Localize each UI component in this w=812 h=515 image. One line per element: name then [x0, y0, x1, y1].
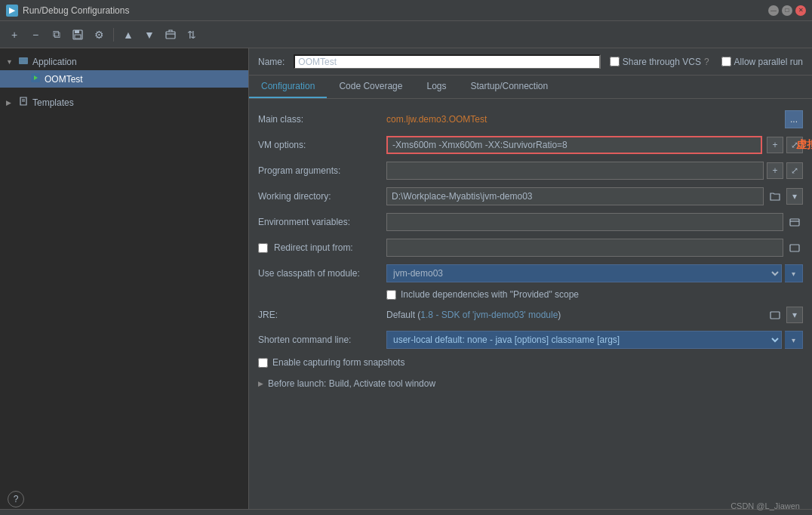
program-args-expand-button[interactable]: +: [767, 162, 783, 179]
share-vcs-checkbox[interactable]: [610, 57, 620, 66]
help-icon: ?: [704, 57, 709, 67]
add-config-button[interactable]: +: [6, 26, 23, 43]
redirect-row: Redirect input from:: [249, 235, 812, 261]
tab-logs[interactable]: Logs: [414, 76, 458, 98]
include-deps-row: Include dependencies with "Provided" sco…: [249, 286, 812, 303]
include-deps-label: Include dependencies with "Provided" sco…: [401, 289, 579, 300]
shorten-cmd-control: user-local default: none - java [options…: [386, 331, 803, 349]
allow-parallel-checkbox[interactable]: [721, 57, 731, 66]
right-panel: Name: Share through VCS ? Allow parallel…: [249, 48, 812, 509]
working-dir-control: ▾: [386, 187, 803, 205]
shorten-cmd-row: Shorten command line: user-local default…: [249, 327, 812, 353]
redirect-browse-button[interactable]: [786, 239, 803, 256]
vm-options-label: VM options:: [258, 140, 386, 150]
enable-capturing-row: Enable capturing form snapshots: [249, 353, 812, 372]
bottom-bar: OK Cancel: [0, 509, 812, 515]
env-vars-row: Environment variables:: [249, 209, 812, 235]
before-launch-section[interactable]: ▶ Before launch: Build, Activate tool wi…: [249, 372, 812, 395]
env-vars-browse-button[interactable]: [786, 214, 803, 230]
redirect-checkbox[interactable]: [258, 243, 268, 253]
shorten-cmd-dropdown-button[interactable]: ▾: [785, 331, 803, 349]
main-class-browse-button[interactable]: ...: [785, 110, 803, 128]
svg-rect-9: [790, 219, 799, 226]
oomtest-label: OOMTest: [45, 74, 83, 85]
program-args-input[interactable]: [386, 162, 764, 180]
allow-parallel-group: Allow parallel run: [721, 57, 803, 67]
svg-rect-2: [75, 35, 81, 39]
vm-expand-button[interactable]: +: [767, 137, 783, 153]
classpath-control: jvm-demo03 ▾: [386, 264, 803, 282]
application-label: Application: [32, 57, 77, 67]
working-dir-dropdown[interactable]: ▾: [786, 188, 803, 205]
tab-code-coverage[interactable]: Code Coverage: [327, 76, 414, 98]
save-config-button[interactable]: [69, 26, 86, 43]
working-dir-browse-button[interactable]: [767, 188, 783, 205]
jre-version: 1.8 - SDK of 'jvm-demo03' module: [420, 310, 558, 320]
name-field-label: Name:: [258, 57, 285, 67]
redirect-control: [386, 239, 803, 257]
vm-options-control: 虚拟机参数 + ⤢: [386, 136, 803, 154]
main-class-row: Main class: com.ljw.demo3.OOMTest ...: [249, 106, 812, 132]
vm-input-wrapper: 虚拟机参数: [386, 136, 762, 154]
include-deps-checkbox[interactable]: [386, 290, 396, 300]
jre-browse-button[interactable]: [767, 307, 783, 323]
move-up-button[interactable]: ▲: [120, 26, 137, 43]
maximize-button[interactable]: □: [782, 5, 792, 16]
tree-item-application[interactable]: ▼ Application: [0, 53, 248, 70]
redirect-label: Redirect input from:: [274, 242, 353, 253]
application-folder-icon: [18, 55, 29, 68]
jre-value: Default (1.8 - SDK of 'jvm-demo03' modul…: [386, 310, 561, 320]
toolbar-separator: [113, 28, 114, 42]
env-vars-label: Environment variables:: [258, 217, 386, 227]
redirect-label-group: Redirect input from:: [258, 242, 386, 253]
classpath-select[interactable]: jvm-demo03: [386, 264, 782, 282]
env-vars-input[interactable]: [386, 213, 783, 231]
jre-dropdown-button[interactable]: ▾: [786, 307, 803, 323]
before-launch-arrow: ▶: [258, 380, 263, 387]
tree-item-templates[interactable]: ▶ Templates: [0, 94, 248, 111]
minimize-button[interactable]: —: [768, 5, 779, 16]
move-down-button[interactable]: ▼: [141, 26, 158, 43]
tree-item-oomtest[interactable]: OOMTest: [0, 70, 248, 88]
main-class-label: Main class:: [258, 114, 386, 125]
close-button[interactable]: ✕: [795, 5, 806, 16]
classpath-row: Use classpath of module: jvm-demo03 ▾: [249, 261, 812, 286]
run-config-icon: [30, 72, 41, 85]
tab-startup-connection[interactable]: Startup/Connection: [458, 76, 560, 98]
tab-configuration[interactable]: Configuration: [249, 76, 327, 98]
help-button[interactable]: ?: [8, 491, 24, 507]
redirect-input[interactable]: [386, 239, 783, 257]
move-to-group-button[interactable]: [162, 26, 179, 43]
svg-rect-11: [770, 312, 780, 319]
share-vcs-label: Share through VCS: [623, 57, 701, 67]
window-title: Run/Debug Configurations: [23, 5, 768, 16]
vm-options-row: VM options: 虚拟机参数 + ⤢: [249, 132, 812, 158]
window-controls: — □ ✕: [768, 5, 806, 16]
before-launch-label: Before launch: Build, Activate tool wind…: [268, 378, 435, 389]
program-args-fullscreen-button[interactable]: ⤢: [786, 162, 803, 179]
templates-label: Templates: [32, 97, 74, 108]
form-area: Main class: com.ljw.demo3.OOMTest ... VM…: [249, 99, 812, 509]
copy-config-button[interactable]: ⧉: [48, 26, 65, 43]
templates-icon: [18, 96, 29, 109]
program-args-row: Program arguments: + ⤢: [249, 158, 812, 183]
main-container: ▼ Application OOMTest ▶: [0, 48, 812, 509]
templates-arrow: ▶: [6, 99, 15, 106]
config-name-input[interactable]: [294, 54, 601, 69]
classpath-dropdown-button[interactable]: ▾: [785, 264, 803, 282]
working-dir-input[interactable]: [386, 187, 764, 205]
program-args-control: + ⤢: [386, 162, 803, 180]
svg-rect-10: [790, 245, 799, 251]
expand-arrow: ▼: [6, 58, 15, 66]
enable-capturing-label: Enable capturing form snapshots: [272, 357, 404, 368]
svg-rect-4: [19, 57, 28, 64]
enable-capturing-checkbox[interactable]: [258, 358, 268, 368]
sort-button[interactable]: ⇅: [183, 26, 200, 43]
vm-options-input[interactable]: [386, 136, 762, 154]
main-class-control: com.ljw.demo3.OOMTest ...: [386, 110, 803, 128]
remove-config-button[interactable]: −: [27, 26, 44, 43]
vm-fullscreen-button[interactable]: ⤢: [786, 137, 803, 153]
shorten-cmd-select[interactable]: user-local default: none - java [options…: [386, 331, 782, 349]
settings-button[interactable]: ⚙: [91, 26, 107, 43]
app-icon: ▶: [6, 5, 18, 17]
